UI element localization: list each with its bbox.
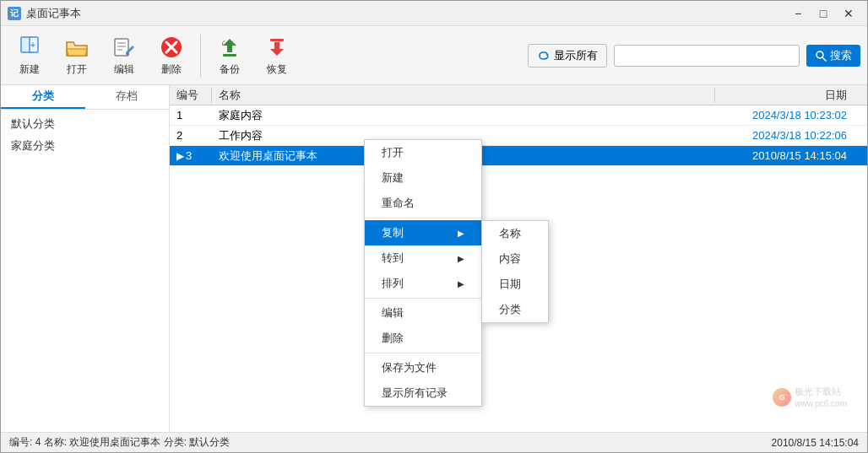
ctx-separator2 — [365, 298, 481, 299]
submenu-arrow-sort: ▶ — [458, 279, 464, 289]
sidebar-list: 默认分类 家庭分类 — [1, 110, 169, 160]
submenu-arrow-goto: ▶ — [458, 254, 464, 263]
ctx-separator1 — [365, 218, 481, 218]
toolbar: + 新建 打开 — [1, 26, 867, 85]
col-name-header: 名称 — [212, 88, 715, 103]
sidebar-item-default[interactable]: 默认分类 — [1, 113, 169, 135]
svg-line-17 — [822, 57, 826, 61]
title-bar-left: 记 桌面记事本 — [8, 6, 81, 21]
window-title: 桌面记事本 — [26, 6, 81, 21]
show-all-button[interactable]: 显示所有 — [528, 44, 607, 67]
edit-label: 编辑 — [114, 62, 134, 77]
open-button[interactable]: 打开 — [55, 30, 99, 81]
backup-icon — [216, 34, 243, 61]
maximize-button[interactable]: □ — [811, 4, 835, 23]
ctx-edit[interactable]: 编辑 — [365, 300, 481, 326]
new-label: 新建 — [19, 62, 40, 77]
status-bar: 编号: 4 名称: 欢迎使用桌面记事本 分类: 默认分类 2010/8/15 1… — [1, 432, 867, 452]
toolbar-separator — [200, 35, 201, 77]
title-controls: − □ ✕ — [786, 4, 860, 23]
main-window: 记 桌面记事本 − □ ✕ + 新建 — [0, 0, 868, 453]
ctx-open[interactable]: 打开 — [365, 140, 481, 165]
backup-label: 备份 — [220, 62, 240, 77]
open-label: 打开 — [67, 62, 87, 77]
open-icon — [63, 34, 90, 61]
minimize-button[interactable]: − — [786, 4, 810, 23]
tab-archive[interactable]: 存档 — [85, 85, 170, 109]
table-row[interactable]: 2 工作内容 2024/3/18 10:22:06 — [170, 126, 867, 146]
sidebar: 分类 存档 默认分类 家庭分类 — [1, 85, 170, 432]
submenu-copy: 名称 内容 日期 分类 — [481, 220, 549, 323]
sub-copy-content[interactable]: 内容 — [482, 246, 548, 272]
edit-button[interactable]: 编辑 — [102, 30, 146, 81]
delete-label: 删除 — [161, 62, 182, 77]
search-icon — [815, 50, 827, 62]
sub-copy-category[interactable]: 分类 — [482, 297, 548, 322]
main-area: 分类 存档 默认分类 家庭分类 编号 名称 日期 — [1, 85, 867, 432]
ctx-separator3 — [365, 353, 481, 353]
row2-num: 2 — [170, 129, 212, 142]
restore-icon — [263, 34, 290, 61]
svg-rect-13 — [223, 54, 236, 57]
ctx-rename[interactable]: 重命名 — [365, 191, 481, 216]
app-icon: 记 — [8, 7, 21, 20]
sidebar-item-family[interactable]: 家庭分类 — [1, 135, 169, 157]
ctx-sort[interactable]: 排列 ▶ — [365, 271, 481, 296]
delete-icon — [158, 34, 185, 61]
table-row[interactable]: 1 家庭内容 2024/3/18 10:23:02 — [170, 105, 867, 126]
title-bar: 记 桌面记事本 − □ ✕ — [1, 1, 867, 26]
row1-date: 2024/3/18 10:23:02 — [715, 109, 867, 121]
refresh-icon — [537, 49, 551, 62]
close-button[interactable]: ✕ — [837, 4, 860, 23]
table-body: 1 家庭内容 2024/3/18 10:23:02 2 工作内容 2024/3/… — [170, 105, 867, 432]
sub-copy-date[interactable]: 日期 — [482, 272, 548, 297]
ctx-copy[interactable]: 复制 ▶ 名称 内容 日期 分类 — [365, 220, 481, 245]
ctx-delete[interactable]: 删除 — [365, 326, 481, 351]
restore-button[interactable]: 恢复 — [255, 30, 299, 81]
row1-name: 家庭内容 — [212, 108, 715, 123]
search-input[interactable] — [614, 45, 800, 67]
edit-icon — [111, 34, 138, 61]
delete-button[interactable]: 删除 — [149, 30, 193, 81]
row3-num: ▶ 3 — [170, 149, 212, 162]
status-right: 2010/8/15 14:15:04 — [772, 437, 859, 449]
row1-num: 1 — [170, 109, 212, 121]
ctx-new[interactable]: 新建 — [365, 165, 481, 191]
col-date-header: 日期 — [715, 88, 867, 103]
backup-button[interactable]: 备份 — [208, 30, 252, 81]
toolbar-right: 显示所有 搜索 — [528, 44, 860, 67]
table-row-selected[interactable]: ▶ 3 欢迎使用桌面记事本 2010/8/15 14:15:04 — [170, 146, 867, 166]
sub-copy-name[interactable]: 名称 — [482, 221, 548, 246]
show-all-label: 显示所有 — [554, 48, 598, 63]
table-header: 编号 名称 日期 — [170, 85, 867, 105]
restore-label: 恢复 — [267, 62, 287, 77]
ctx-show-all-records[interactable]: 显示所有记录 — [365, 380, 481, 406]
sidebar-tabs: 分类 存档 — [1, 85, 169, 110]
row2-date: 2024/3/18 10:22:06 — [715, 129, 867, 142]
tab-category[interactable]: 分类 — [1, 85, 85, 109]
ctx-save-as-file[interactable]: 保存为文件 — [365, 355, 481, 380]
col-num-header: 编号 — [170, 88, 212, 103]
status-left: 编号: 4 名称: 欢迎使用桌面记事本 分类: 默认分类 — [9, 435, 230, 450]
content-area: 编号 名称 日期 1 家庭内容 2024/3/18 10:23:02 2 工作内… — [170, 85, 867, 432]
new-icon: + — [16, 34, 43, 61]
svg-text:+: + — [30, 40, 35, 50]
new-button[interactable]: + 新建 — [8, 30, 52, 81]
context-menu: 打开 新建 重命名 复制 ▶ — [364, 139, 482, 407]
submenu-arrow-copy: ▶ — [458, 229, 464, 238]
search-label: 搜索 — [830, 48, 852, 63]
svg-rect-14 — [270, 39, 284, 41]
search-button[interactable]: 搜索 — [806, 45, 860, 67]
row3-date: 2010/8/15 14:15:04 — [715, 149, 867, 162]
ctx-goto[interactable]: 转到 ▶ — [365, 245, 481, 271]
